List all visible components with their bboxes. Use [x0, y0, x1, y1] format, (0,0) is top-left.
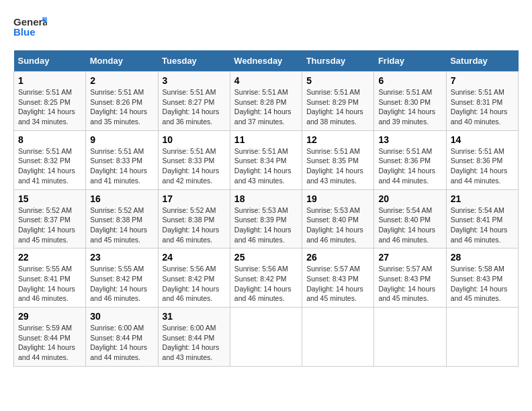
calendar-day-cell: 11 Sunrise: 5:51 AMSunset: 8:34 PMDaylig…: [230, 130, 302, 189]
calendar-day-cell: 22 Sunrise: 5:55 AMSunset: 8:41 PMDaylig…: [14, 248, 86, 308]
calendar-day-cell: 28 Sunrise: 5:58 AMSunset: 8:43 PMDaylig…: [446, 248, 518, 308]
day-info: Sunrise: 5:57 AMSunset: 8:43 PMDaylight:…: [378, 265, 435, 302]
day-info: Sunrise: 5:53 AMSunset: 8:40 PMDaylight:…: [306, 206, 363, 244]
day-info: Sunrise: 5:54 AMSunset: 8:40 PMDaylight:…: [378, 206, 435, 244]
day-of-week-header: Friday: [374, 50, 446, 72]
day-number: 23: [90, 252, 153, 263]
days-header-row: SundayMondayTuesdayWednesdayThursdayFrid…: [14, 50, 519, 72]
calendar-week-row: 15 Sunrise: 5:52 AMSunset: 8:37 PMDaylig…: [14, 189, 519, 248]
day-info: Sunrise: 5:51 AMSunset: 8:25 PMDaylight:…: [18, 88, 75, 126]
day-number: 27: [378, 252, 441, 263]
calendar-day-cell: 21 Sunrise: 5:54 AMSunset: 8:41 PMDaylig…: [446, 189, 518, 248]
empty-cell: [230, 308, 302, 367]
day-info: Sunrise: 6:00 AMSunset: 8:44 PMDaylight:…: [90, 324, 147, 361]
day-of-week-header: Monday: [86, 50, 158, 72]
day-number: 19: [306, 193, 369, 204]
calendar-day-cell: 13 Sunrise: 5:51 AMSunset: 8:36 PMDaylig…: [374, 130, 446, 189]
day-info: Sunrise: 5:56 AMSunset: 8:42 PMDaylight:…: [234, 265, 292, 302]
day-number: 22: [18, 252, 81, 263]
day-number: 15: [18, 193, 81, 204]
calendar-week-row: 22 Sunrise: 5:55 AMSunset: 8:41 PMDaylig…: [14, 248, 519, 308]
day-info: Sunrise: 5:59 AMSunset: 8:44 PMDaylight:…: [18, 324, 75, 361]
calendar-day-cell: 12 Sunrise: 5:51 AMSunset: 8:35 PMDaylig…: [302, 130, 374, 189]
calendar-day-cell: 14 Sunrise: 5:51 AMSunset: 8:36 PMDaylig…: [446, 130, 518, 189]
calendar-day-cell: 7 Sunrise: 5:51 AMSunset: 8:31 PMDayligh…: [446, 72, 518, 131]
day-number: 20: [378, 193, 441, 204]
day-info: Sunrise: 5:51 AMSunset: 8:27 PMDaylight:…: [163, 88, 220, 126]
day-of-week-header: Thursday: [302, 50, 374, 72]
day-info: Sunrise: 5:57 AMSunset: 8:43 PMDaylight:…: [306, 265, 363, 302]
empty-cell: [374, 308, 446, 367]
calendar-day-cell: 3 Sunrise: 5:51 AMSunset: 8:27 PMDayligh…: [158, 72, 230, 131]
day-number: 17: [163, 193, 226, 204]
day-info: Sunrise: 5:55 AMSunset: 8:41 PMDaylight:…: [18, 265, 75, 302]
logo: General Blue: [13, 13, 47, 40]
day-number: 16: [90, 193, 153, 204]
day-info: Sunrise: 5:51 AMSunset: 8:29 PMDaylight:…: [306, 88, 363, 126]
day-info: Sunrise: 5:51 AMSunset: 8:28 PMDaylight:…: [234, 88, 292, 126]
day-number: 2: [90, 75, 153, 86]
day-of-week-header: Sunday: [14, 50, 86, 72]
calendar-day-cell: 25 Sunrise: 5:56 AMSunset: 8:42 PMDaylig…: [230, 248, 302, 308]
calendar-day-cell: 2 Sunrise: 5:51 AMSunset: 8:26 PMDayligh…: [86, 72, 158, 131]
calendar-day-cell: 24 Sunrise: 5:56 AMSunset: 8:42 PMDaylig…: [158, 248, 230, 308]
empty-cell: [302, 308, 374, 367]
calendar-week-row: 8 Sunrise: 5:51 AMSunset: 8:32 PMDayligh…: [14, 130, 519, 189]
page-header: General Blue: [13, 13, 519, 40]
day-number: 14: [451, 134, 514, 145]
calendar-week-row: 29 Sunrise: 5:59 AMSunset: 8:44 PMDaylig…: [14, 308, 519, 367]
day-info: Sunrise: 5:55 AMSunset: 8:42 PMDaylight:…: [90, 265, 147, 302]
day-number: 11: [234, 134, 298, 145]
day-info: Sunrise: 5:52 AMSunset: 8:38 PMDaylight:…: [90, 206, 147, 244]
calendar-week-row: 1 Sunrise: 5:51 AMSunset: 8:25 PMDayligh…: [14, 72, 519, 131]
day-of-week-header: Saturday: [446, 50, 518, 72]
day-number: 26: [306, 252, 369, 263]
day-info: Sunrise: 5:51 AMSunset: 8:26 PMDaylight:…: [90, 88, 147, 126]
day-info: Sunrise: 5:51 AMSunset: 8:36 PMDaylight:…: [378, 147, 435, 185]
calendar-day-cell: 8 Sunrise: 5:51 AMSunset: 8:32 PMDayligh…: [14, 130, 86, 189]
day-number: 29: [18, 311, 81, 322]
day-info: Sunrise: 5:51 AMSunset: 8:34 PMDaylight:…: [234, 147, 292, 185]
calendar-day-cell: 30 Sunrise: 6:00 AMSunset: 8:44 PMDaylig…: [86, 308, 158, 367]
day-info: Sunrise: 5:58 AMSunset: 8:43 PMDaylight:…: [451, 265, 508, 302]
day-number: 12: [306, 134, 369, 145]
day-number: 10: [163, 134, 226, 145]
calendar-day-cell: 29 Sunrise: 5:59 AMSunset: 8:44 PMDaylig…: [14, 308, 86, 367]
day-number: 3: [163, 75, 226, 86]
calendar-day-cell: 9 Sunrise: 5:51 AMSunset: 8:33 PMDayligh…: [86, 130, 158, 189]
calendar-day-cell: 26 Sunrise: 5:57 AMSunset: 8:43 PMDaylig…: [302, 248, 374, 308]
calendar-day-cell: 1 Sunrise: 5:51 AMSunset: 8:25 PMDayligh…: [14, 72, 86, 131]
day-info: Sunrise: 5:51 AMSunset: 8:33 PMDaylight:…: [90, 147, 147, 185]
day-info: Sunrise: 6:00 AMSunset: 8:44 PMDaylight:…: [163, 324, 220, 361]
day-info: Sunrise: 5:53 AMSunset: 8:39 PMDaylight:…: [234, 206, 292, 244]
day-number: 13: [378, 134, 441, 145]
calendar-day-cell: 16 Sunrise: 5:52 AMSunset: 8:38 PMDaylig…: [86, 189, 158, 248]
day-number: 21: [451, 193, 514, 204]
day-number: 30: [90, 311, 153, 322]
day-number: 31: [163, 311, 226, 322]
calendar-day-cell: 15 Sunrise: 5:52 AMSunset: 8:37 PMDaylig…: [14, 189, 86, 248]
calendar-day-cell: 10 Sunrise: 5:51 AMSunset: 8:33 PMDaylig…: [158, 130, 230, 189]
calendar-day-cell: 17 Sunrise: 5:52 AMSunset: 8:38 PMDaylig…: [158, 189, 230, 248]
calendar-day-cell: 23 Sunrise: 5:55 AMSunset: 8:42 PMDaylig…: [86, 248, 158, 308]
day-number: 28: [451, 252, 514, 263]
day-of-week-header: Tuesday: [158, 50, 230, 72]
day-of-week-header: Wednesday: [230, 50, 302, 72]
day-number: 4: [234, 75, 298, 86]
day-info: Sunrise: 5:51 AMSunset: 8:35 PMDaylight:…: [306, 147, 363, 185]
day-info: Sunrise: 5:56 AMSunset: 8:42 PMDaylight:…: [163, 265, 220, 302]
day-number: 8: [18, 134, 81, 145]
calendar-day-cell: 6 Sunrise: 5:51 AMSunset: 8:30 PMDayligh…: [374, 72, 446, 131]
day-info: Sunrise: 5:51 AMSunset: 8:30 PMDaylight:…: [378, 88, 435, 126]
day-info: Sunrise: 5:52 AMSunset: 8:38 PMDaylight:…: [163, 206, 220, 244]
day-number: 6: [378, 75, 441, 86]
calendar-day-cell: 20 Sunrise: 5:54 AMSunset: 8:40 PMDaylig…: [374, 189, 446, 248]
day-number: 7: [451, 75, 514, 86]
day-number: 24: [163, 252, 226, 263]
day-info: Sunrise: 5:51 AMSunset: 8:33 PMDaylight:…: [163, 147, 220, 185]
calendar-day-cell: 31 Sunrise: 6:00 AMSunset: 8:44 PMDaylig…: [158, 308, 230, 367]
day-info: Sunrise: 5:52 AMSunset: 8:37 PMDaylight:…: [18, 206, 75, 244]
day-number: 5: [306, 75, 369, 86]
day-info: Sunrise: 5:54 AMSunset: 8:41 PMDaylight:…: [451, 206, 508, 244]
day-info: Sunrise: 5:51 AMSunset: 8:31 PMDaylight:…: [451, 88, 508, 126]
